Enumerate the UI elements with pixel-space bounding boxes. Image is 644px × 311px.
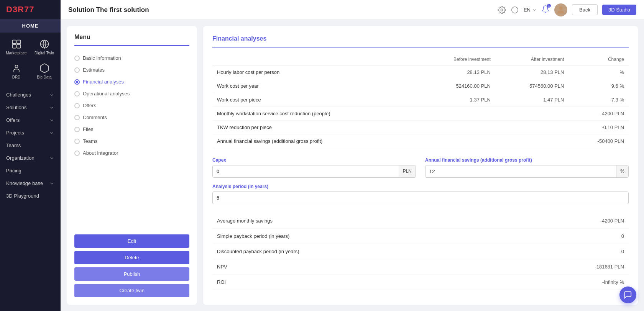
sidebar-item-challenges[interactable]: Challenges: [0, 88, 61, 101]
delete-button[interactable]: Delete: [74, 251, 189, 264]
result-row: Discounted payback period (in years) 0: [212, 244, 629, 259]
svg-point-5: [15, 65, 18, 68]
menu-item-operational-analyses[interactable]: Operational analyses: [74, 88, 189, 100]
sidebar-item-pricing[interactable]: Pricing: [0, 164, 61, 177]
sidebar-item-organization[interactable]: Organization: [0, 152, 61, 164]
annual-savings-input[interactable]: [426, 165, 616, 177]
edit-button[interactable]: Edit: [74, 234, 189, 248]
publish-button[interactable]: Publish: [74, 267, 189, 281]
svg-point-8: [559, 6, 562, 10]
menu-radio-operational-analyses: [74, 91, 80, 97]
annual-savings-input-wrapper: %: [425, 165, 629, 178]
annual-savings-label: Annual financial savings (additional gro…: [425, 157, 629, 163]
sidebar-item-solutions[interactable]: Solutions: [0, 101, 61, 114]
sidebar-item-projects[interactable]: Projects: [0, 126, 61, 139]
menu-item-files[interactable]: Files: [74, 123, 189, 135]
content-area: Menu Basic information Estimates Financi…: [61, 20, 644, 311]
col-header-before: Before investment: [418, 54, 495, 65]
menu-radio-teams: [74, 139, 80, 144]
menu-item-offers[interactable]: Offers: [74, 100, 189, 111]
sidebar-item-3d-playground[interactable]: 3D Playground: [0, 190, 61, 202]
analysis-period-input[interactable]: [212, 192, 629, 204]
capex-input[interactable]: [213, 165, 399, 177]
sidebar: D3R77 HOME Marketplace Digital Twin DRD …: [0, 0, 61, 311]
home-button[interactable]: HOME: [0, 19, 61, 33]
capex-label: Capex: [212, 157, 416, 163]
icon-grid: Marketplace Digital Twin DRD Big Data: [0, 33, 61, 85]
topbar: Solution The first solution EN 1 Back 3D…: [61, 0, 644, 20]
menu-radio-about-integrator: [74, 151, 80, 156]
chat-fab-button[interactable]: [619, 286, 636, 303]
menu-radio-financial-analyses: [74, 79, 80, 85]
svg-point-6: [501, 9, 503, 11]
sidebar-item-drd[interactable]: DRD: [3, 60, 30, 82]
analysis-period-label: Analysis period (in years): [212, 184, 629, 189]
sidebar-item-offers[interactable]: Offers: [0, 114, 61, 126]
action-buttons: Edit Delete Publish Create twin: [74, 228, 189, 297]
topbar-right: EN 1 Back 3D Studio: [498, 3, 636, 16]
user-avatar[interactable]: [554, 3, 567, 16]
menu-item-about-integrator[interactable]: About integrator: [74, 147, 189, 159]
sidebar-drd-label: DRD: [12, 75, 21, 79]
col-header-label: [212, 54, 418, 65]
logo: D3R77: [6, 5, 34, 15]
menu-radio-estimates: [74, 67, 80, 73]
menu-radio-basic-info: [74, 56, 80, 61]
table-row: Hourly labor cost per person 28.13 PLN 2…: [212, 65, 629, 79]
table-row: Work cost per piece 1.37 PLN 1.47 PLN 7.…: [212, 93, 629, 107]
avatar-icon: [555, 5, 566, 15]
table-row: Work cost per year 524160.00 PLN 574560.…: [212, 79, 629, 93]
menu-radio-files: [74, 127, 80, 132]
capex-input-wrapper: PLN: [212, 165, 416, 178]
notification-dot: 1: [547, 4, 551, 8]
notifications-button[interactable]: 1: [541, 5, 550, 15]
capex-unit: PLN: [399, 165, 416, 177]
result-row: Simple payback period (in years) 0: [212, 229, 629, 244]
result-row: ROI -Infinity %: [212, 275, 629, 290]
chat-icon: [624, 291, 632, 299]
sidebar-big-data-label: Big Data: [37, 75, 51, 79]
right-panel: Financial analyses Before investment Aft…: [203, 26, 638, 305]
left-panel: Menu Basic information Estimates Financi…: [67, 26, 197, 305]
capex-group: Capex PLN: [212, 157, 416, 178]
col-header-after: After investment: [495, 54, 569, 65]
sidebar-item-teams[interactable]: Teams: [0, 139, 61, 152]
studio-button[interactable]: 3D Studio: [602, 5, 636, 15]
capex-section: Capex PLN Annual financial savings (addi…: [212, 157, 629, 178]
financial-analyses-title: Financial analyses: [212, 35, 629, 47]
back-button[interactable]: Back: [572, 4, 598, 15]
annual-savings-unit: %: [616, 165, 628, 177]
menu-item-basic-info[interactable]: Basic information: [74, 52, 189, 64]
menu-item-teams[interactable]: Teams: [74, 135, 189, 147]
sidebar-item-knowledge-base[interactable]: Knowledge base: [0, 177, 61, 190]
result-row: NPV -181681 PLN: [212, 259, 629, 275]
create-twin-button[interactable]: Create twin: [74, 284, 189, 297]
sidebar-item-marketplace[interactable]: Marketplace: [3, 36, 30, 58]
menu-item-comments[interactable]: Comments: [74, 111, 189, 123]
menu-list: Basic information Estimates Financial an…: [74, 52, 189, 159]
table-row: TKW reduction per piece -0.10 PLN: [212, 121, 629, 134]
circle-icon: [511, 6, 519, 14]
language-selector[interactable]: EN: [524, 7, 537, 13]
lang-chevron-icon: [532, 8, 537, 12]
analysis-period-section: Analysis period (in years): [212, 184, 629, 204]
sidebar-item-big-data[interactable]: Big Data: [31, 60, 58, 82]
menu-radio-offers: [74, 103, 80, 108]
settings-icon[interactable]: [498, 6, 506, 14]
table-row: Monthly workstation service cost reducti…: [212, 107, 629, 121]
menu-item-financial-analyses[interactable]: Financial analyses: [74, 76, 189, 88]
results-table: Average monthly savings -4200 PLN Simple…: [212, 213, 629, 290]
svg-rect-1: [17, 40, 20, 44]
page-title: Solution The first solution: [68, 6, 149, 14]
sidebar-item-digital-twin[interactable]: Digital Twin: [31, 36, 58, 58]
menu-item-estimates[interactable]: Estimates: [74, 64, 189, 76]
result-row: Average monthly savings -4200 PLN: [212, 213, 629, 229]
table-row: Annual financial savings (additional gro…: [212, 134, 629, 148]
main-area: Solution The first solution EN 1 Back 3D…: [61, 0, 644, 311]
annual-savings-group: Annual financial savings (additional gro…: [425, 157, 629, 178]
svg-rect-3: [17, 44, 20, 48]
analysis-table: Before investment After investment Chang…: [212, 54, 629, 148]
svg-rect-2: [12, 44, 16, 48]
sidebar-digital-twin-label: Digital Twin: [34, 51, 54, 55]
menu-radio-comments: [74, 115, 80, 120]
